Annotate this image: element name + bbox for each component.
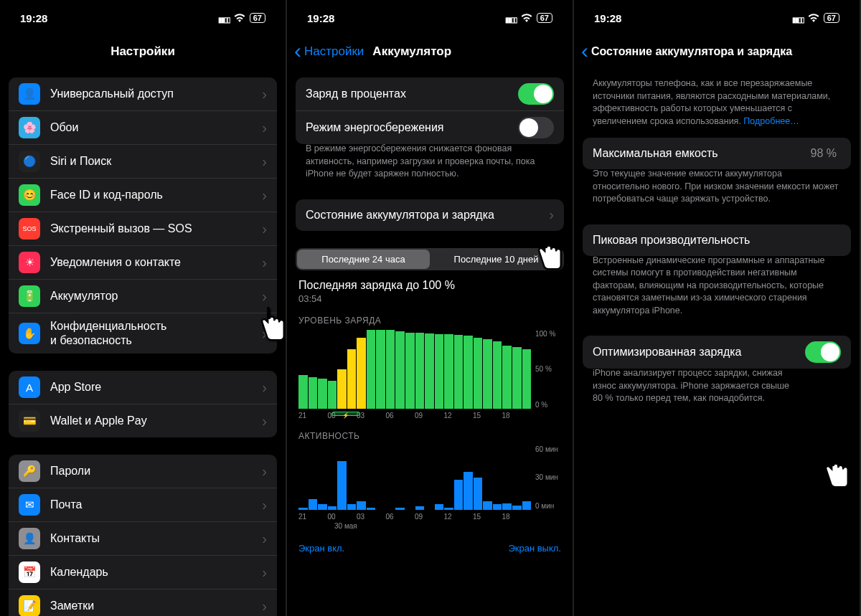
status-bar: 19:28 67 bbox=[0, 0, 286, 36]
app-icon: 👤 bbox=[19, 528, 40, 549]
activity-bar bbox=[522, 501, 532, 510]
level-bar bbox=[367, 330, 376, 409]
row-label: Wallet и Apple Pay bbox=[50, 414, 262, 428]
toggle-battery-percentage[interactable] bbox=[518, 83, 554, 105]
activity-bar bbox=[347, 504, 357, 510]
activity-bar bbox=[464, 472, 473, 510]
activity-bar bbox=[474, 478, 483, 510]
segment-10d[interactable]: Последние 10 дней bbox=[430, 250, 563, 269]
row-label: Календарь bbox=[50, 565, 262, 579]
settings-row[interactable]: 📝Заметки› bbox=[9, 589, 277, 616]
activity-bar bbox=[318, 504, 327, 510]
activity-bar bbox=[309, 499, 318, 510]
app-icon: 😊 bbox=[19, 184, 40, 206]
row-label: Уведомления о контакте bbox=[50, 255, 262, 270]
level-bar bbox=[435, 334, 444, 408]
app-icon: 🌸 bbox=[19, 117, 40, 138]
page-title: Состояние аккумулятора и зарядка bbox=[591, 45, 792, 58]
intro-text: Аккумуляторы телефона, как и все перезар… bbox=[574, 77, 860, 131]
level-bar bbox=[493, 341, 502, 409]
chevron-right-icon: › bbox=[549, 207, 554, 223]
level-bar bbox=[444, 334, 453, 408]
settings-row[interactable]: 👤Контакты› bbox=[9, 522, 277, 556]
level-bar bbox=[298, 375, 308, 408]
level-bar bbox=[347, 349, 357, 409]
settings-row[interactable]: 🔋Аккумулятор› bbox=[9, 280, 277, 313]
battery-health-row[interactable]: Состояние аккумулятора и зарядка › bbox=[296, 199, 564, 231]
settings-row[interactable]: 👤Универсальный доступ› bbox=[9, 77, 277, 111]
peak-performance-row: Пиковая производительность bbox=[583, 224, 851, 256]
row-label: Конфиденциальностьи безопасность bbox=[50, 319, 262, 348]
settings-row[interactable]: ✋Конфиденциальностьи безопасность› bbox=[9, 313, 277, 354]
app-icon: 💳 bbox=[19, 410, 40, 432]
level-bar bbox=[309, 377, 318, 409]
last-charge-info: Последняя зарядка до 100 % 03:54 bbox=[287, 276, 573, 311]
back-button[interactable]: Настройки bbox=[294, 44, 364, 59]
activity-legend: Экран вкл. Экран выкл. bbox=[287, 537, 573, 554]
max-capacity-row: Максимальная емкость 98 % bbox=[583, 138, 851, 169]
nav-bar: Настройки Аккумулятор bbox=[287, 36, 573, 67]
cellular-icon bbox=[505, 12, 517, 24]
toggle-optimized-charging[interactable] bbox=[805, 341, 841, 363]
chevron-right-icon: › bbox=[262, 288, 267, 305]
low-power-footer: В режиме энергосбережения снижается фоно… bbox=[287, 143, 573, 192]
settings-row[interactable]: ✉Почта› bbox=[9, 488, 277, 522]
optimized-charging-row[interactable]: Оптимизированная зарядка bbox=[583, 336, 851, 369]
battery-level-chart: УРОВЕНЬ ЗАРЯДА ⚡ 100 % 50 % 0 % 21000306… bbox=[287, 311, 573, 427]
chevron-right-icon: › bbox=[262, 531, 267, 547]
settings-row[interactable]: SOSЭкстренный вызов — SOS› bbox=[9, 212, 277, 246]
nav-bar: Настройки bbox=[0, 36, 286, 67]
settings-row[interactable]: ☀Уведомления о контакте› bbox=[9, 246, 277, 280]
chevron-right-icon: › bbox=[262, 413, 267, 430]
chevron-right-icon: › bbox=[262, 598, 267, 615]
settings-row[interactable]: 🔵Siri и Поиск› bbox=[9, 145, 277, 179]
row-label: Face ID и код-пароль bbox=[50, 188, 262, 202]
settings-row[interactable]: AApp Store› bbox=[9, 371, 277, 404]
status-time: 19:28 bbox=[594, 12, 621, 24]
row-label: Универсальный доступ bbox=[50, 87, 262, 101]
activity-bar bbox=[367, 508, 376, 510]
activity-bar bbox=[415, 506, 425, 510]
activity-bar bbox=[357, 501, 366, 510]
battery-icon: 67 bbox=[824, 13, 839, 23]
level-bar bbox=[512, 347, 522, 409]
level-bar bbox=[328, 381, 337, 409]
activity-bar bbox=[502, 503, 512, 510]
battery-screen: 19:28 67 Настройки Аккумулятор Заряд в п… bbox=[287, 0, 574, 616]
settings-row[interactable]: 📅Календарь› bbox=[9, 556, 277, 589]
app-icon: ✋ bbox=[19, 323, 40, 344]
chevron-right-icon: › bbox=[262, 497, 267, 513]
max-capacity-value: 98 % bbox=[811, 147, 837, 160]
row-label: Заметки bbox=[50, 599, 262, 613]
app-icon: 🔑 bbox=[19, 460, 40, 482]
low-power-mode-row[interactable]: Режим энергосбережения bbox=[296, 111, 564, 144]
chevron-right-icon: › bbox=[262, 463, 267, 480]
wifi-icon bbox=[234, 12, 245, 24]
toggle-low-power-mode[interactable] bbox=[518, 117, 554, 138]
time-range-segmented-control[interactable]: Последние 24 часа Последние 10 дней bbox=[296, 248, 564, 270]
activity-bar bbox=[483, 501, 492, 510]
back-button[interactable] bbox=[581, 47, 588, 57]
activity-bar bbox=[337, 461, 347, 510]
app-icon: SOS bbox=[19, 218, 40, 240]
settings-row[interactable]: 💳Wallet и Apple Pay› bbox=[9, 404, 277, 437]
activity-bar bbox=[395, 508, 405, 510]
row-label: App Store bbox=[50, 380, 262, 394]
level-bar bbox=[376, 330, 385, 409]
chevron-right-icon: › bbox=[262, 86, 267, 103]
row-label: Аккумулятор bbox=[50, 289, 262, 303]
row-label: Контакты bbox=[50, 531, 262, 546]
level-bar bbox=[405, 333, 415, 409]
settings-row[interactable]: 😊Face ID и код-пароль› bbox=[9, 179, 277, 212]
chevron-right-icon: › bbox=[262, 379, 267, 396]
segment-24h[interactable]: Последние 24 часа bbox=[297, 250, 430, 269]
cellular-icon bbox=[792, 12, 804, 24]
level-bar bbox=[474, 338, 483, 409]
chevron-right-icon: › bbox=[262, 255, 267, 271]
settings-row[interactable]: 🔑Пароли› bbox=[9, 455, 277, 488]
settings-row[interactable]: 🌸Обои› bbox=[9, 111, 277, 145]
level-bar bbox=[483, 339, 492, 409]
row-label: Пароли bbox=[50, 464, 262, 478]
learn-more-link[interactable]: Подробнее… bbox=[743, 116, 799, 126]
battery-percentage-row[interactable]: Заряд в процентах bbox=[296, 77, 564, 111]
